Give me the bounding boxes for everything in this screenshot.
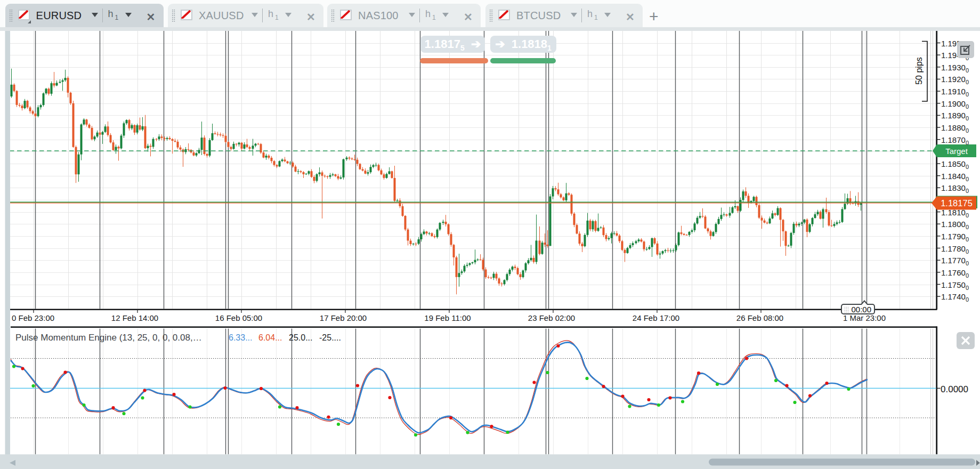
- svg-text:1.18175: 1.18175: [941, 198, 973, 208]
- svg-text:Target: Target: [945, 147, 968, 156]
